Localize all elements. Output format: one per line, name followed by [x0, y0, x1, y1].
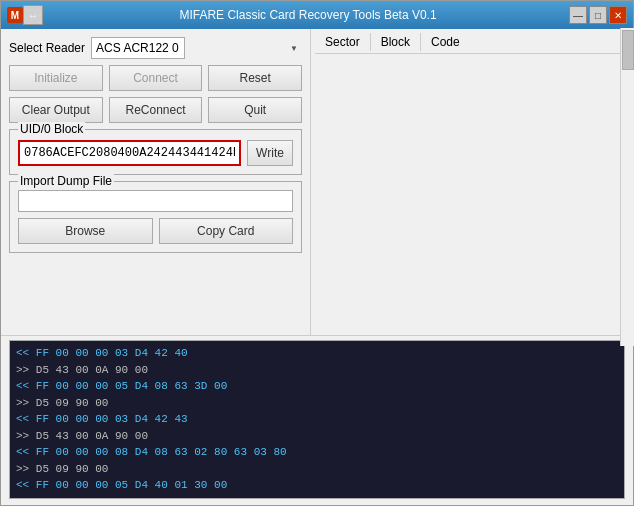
top-area: Select Reader ACS ACR122 0 Initialize Co…	[1, 29, 633, 335]
quit-button[interactable]: Quit	[208, 97, 302, 123]
title-bar: M ↔ MIFARE Classic Card Recovery Tools B…	[1, 1, 633, 29]
main-window: M ↔ MIFARE Classic Card Recovery Tools B…	[0, 0, 634, 506]
uid-input[interactable]	[18, 140, 241, 166]
table-content	[315, 56, 629, 331]
log-line: << FF 00 00 00 03 D4 42 43	[16, 411, 618, 428]
button-row-2: Clear Output ReConnect Quit	[9, 97, 302, 123]
minimize-button[interactable]: —	[569, 6, 587, 24]
log-section: << FF 00 00 00 03 D4 42 40>> D5 43 00 0A…	[1, 335, 633, 505]
import-button-row: Browse Copy Card	[18, 218, 293, 244]
import-file-input[interactable]	[18, 190, 293, 212]
header-block[interactable]: Block	[371, 33, 421, 51]
log-line: >> D5 43 00 0A 90 00	[16, 428, 618, 445]
log-line: >> D5 41 00 07 86 AC EF C2 05 04 00 A2 4…	[16, 494, 618, 500]
button-row-1: Initialize Connect Reset	[9, 65, 302, 91]
connect-button[interactable]: Connect	[109, 65, 203, 91]
header-sector[interactable]: Sector	[315, 33, 371, 51]
extra-button[interactable]: ↔	[23, 5, 43, 25]
table-header: Sector Block Code	[315, 33, 629, 54]
uid-row: Write	[18, 140, 293, 166]
header-code[interactable]: Code	[421, 33, 470, 51]
right-panel: Sector Block Code	[311, 29, 633, 335]
copy-card-button[interactable]: Copy Card	[159, 218, 294, 244]
scroll-thumb[interactable]	[622, 30, 634, 70]
write-button[interactable]: Write	[247, 140, 293, 166]
window-controls: — □ ✕	[569, 6, 627, 24]
log-line: << FF 00 00 00 05 D4 40 01 30 00	[16, 477, 618, 494]
log-line: << FF 00 00 00 03 D4 42 40	[16, 345, 618, 362]
reader-select[interactable]: ACS ACR122 0	[91, 37, 185, 59]
maximize-button[interactable]: □	[589, 6, 607, 24]
close-button[interactable]: ✕	[609, 6, 627, 24]
clear-output-button[interactable]: Clear Output	[9, 97, 103, 123]
log-line: << FF 00 00 00 08 D4 08 63 02 80 63 03 8…	[16, 444, 618, 461]
initialize-button[interactable]: Initialize	[9, 65, 103, 91]
import-group: Import Dump File Browse Copy Card	[9, 181, 302, 253]
reader-label: Select Reader	[9, 41, 85, 55]
left-panel: Select Reader ACS ACR122 0 Initialize Co…	[1, 29, 311, 335]
log-line: >> D5 09 90 00	[16, 461, 618, 478]
import-row	[18, 190, 293, 212]
log-line: >> D5 43 00 0A 90 00	[16, 362, 618, 379]
main-body: Select Reader ACS ACR122 0 Initialize Co…	[1, 29, 633, 505]
uid-group: UID/0 Block Write	[9, 129, 302, 175]
reader-row: Select Reader ACS ACR122 0	[9, 37, 302, 59]
browse-button[interactable]: Browse	[18, 218, 153, 244]
app-icon: M	[7, 7, 23, 23]
log-line: >> D5 09 90 00	[16, 395, 618, 412]
log-area: << FF 00 00 00 03 D4 42 40>> D5 43 00 0A…	[9, 340, 625, 499]
import-group-label: Import Dump File	[18, 174, 114, 188]
reader-select-wrapper: ACS ACR122 0	[91, 37, 302, 59]
uid-group-label: UID/0 Block	[18, 122, 85, 136]
right-scrollbar[interactable]	[620, 29, 633, 335]
reset-button[interactable]: Reset	[208, 65, 302, 91]
reconnect-button[interactable]: ReConnect	[109, 97, 203, 123]
window-title: MIFARE Classic Card Recovery Tools Beta …	[47, 8, 569, 22]
log-line: << FF 00 00 00 05 D4 08 63 3D 00	[16, 378, 618, 395]
